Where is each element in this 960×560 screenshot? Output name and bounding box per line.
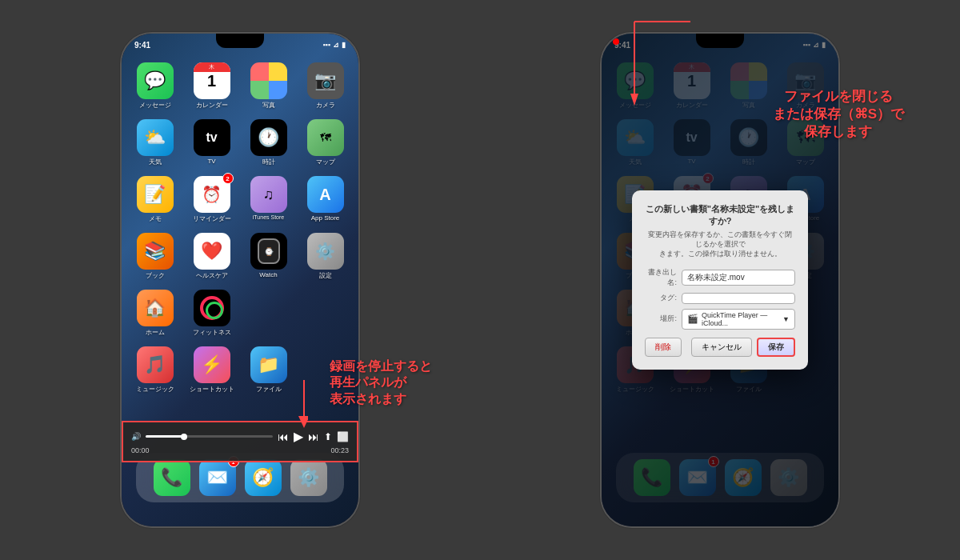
dialog-subtitle: 変更内容を保存するか、この書類を今すぐ閉じるかを選択できます。この操作は取り消せ… xyxy=(645,230,795,258)
screen-left: 9:41 ▪▪▪ ⊿ ▮ 💬 メッセージ 木 1 xyxy=(122,34,358,526)
filename-label: 書き出し名: xyxy=(645,267,677,288)
time-left: 9:41 xyxy=(134,41,150,50)
app-camera[interactable]: 📷 カメラ xyxy=(302,62,349,110)
save-dialog: この新しい書類"名称未設定"を残しますか? 変更内容を保存するか、この書類を今す… xyxy=(632,190,808,369)
app-health[interactable]: ❤️ ヘルスケア xyxy=(188,233,235,280)
time-current: 00:00 xyxy=(131,446,150,454)
filename-row: 書き出し名: 名称未設定.mov xyxy=(645,267,795,288)
app-empty2 xyxy=(302,290,349,337)
dock-settings[interactable]: ⚙️ xyxy=(290,459,327,496)
app-tv[interactable]: tv TV xyxy=(188,119,235,166)
app-notes[interactable]: 📝 メモ xyxy=(131,176,178,223)
dialog-title: この新しい書類"名称未設定"を残しますか? xyxy=(645,203,795,227)
time-display: 00:00 00:23 xyxy=(131,446,349,454)
iphone-left: 9:41 ▪▪▪ ⊿ ▮ 💬 メッセージ 木 1 xyxy=(120,32,360,528)
battery-icon: ▮ xyxy=(342,41,346,49)
app-maps[interactable]: 🗺 マップ xyxy=(302,119,349,166)
app-books[interactable]: 📚 ブック xyxy=(131,233,178,280)
app-appstore[interactable]: A App Store xyxy=(302,176,349,223)
location-value: QuickTime Player — iCloud... xyxy=(702,311,779,327)
share-icon[interactable]: ⬆ xyxy=(324,431,332,442)
app-reminders[interactable]: ⏰ 2 リマインダー xyxy=(188,176,235,223)
app-weather[interactable]: ⛅ 天気 xyxy=(131,119,178,166)
red-dot-indicator xyxy=(613,38,619,45)
app-music[interactable]: 🎵 ミュージック xyxy=(131,346,178,394)
left-panel: 9:41 ▪▪▪ ⊿ ▮ 💬 メッセージ 木 1 xyxy=(32,8,448,552)
location-row: 場所: 🎬 QuickTime Player — iCloud... ▼ xyxy=(645,309,795,330)
location-label: 場所: xyxy=(645,314,677,324)
app-settings-row4[interactable]: ⚙️ 設定 xyxy=(302,233,349,280)
app-photos[interactable]: 写真 xyxy=(245,62,292,110)
dock-phone[interactable]: 📞 xyxy=(154,459,190,496)
dock-mail[interactable]: ✉️ 1 xyxy=(199,459,236,496)
app-calendar[interactable]: 木 1 カレンダー xyxy=(188,62,235,110)
dialog-buttons: 削除 キャンセル 保存 xyxy=(645,338,795,357)
play-button[interactable]: ▶ xyxy=(294,429,303,444)
delete-button[interactable]: 削除 xyxy=(645,338,682,357)
playback-bar[interactable]: 🔊 ⏮ ▶ ⏭ ⬆ ⬜ 00:00 00:23 xyxy=(122,421,358,462)
progress-bar[interactable] xyxy=(146,435,273,438)
filename-input[interactable]: 名称未設定.mov xyxy=(682,270,795,286)
app-clock[interactable]: 🕐 時計 xyxy=(245,119,292,166)
svg-marker-1 xyxy=(298,416,308,428)
dock-safari[interactable]: 🧭 xyxy=(245,459,282,496)
app-watch[interactable]: ⌚ Watch xyxy=(245,233,292,280)
annotation-left: 録画を停止すると再生パネルが表示されます xyxy=(330,358,432,408)
location-chevron: ▼ xyxy=(782,315,790,323)
volume-icon[interactable]: 🔊 xyxy=(131,432,141,441)
save-button[interactable]: 保存 xyxy=(757,338,795,357)
rewind-button[interactable]: ⏮ xyxy=(278,430,289,443)
app-grid-left: 💬 メッセージ 木 1 カレンダー 写真 📷 xyxy=(122,56,358,400)
app-itunes[interactable]: ♫ iTunes Store xyxy=(245,176,292,223)
wifi-icon: ⊿ xyxy=(333,41,339,49)
forward-button[interactable]: ⏭ xyxy=(308,430,319,443)
cancel-button[interactable]: キャンセル xyxy=(691,338,752,357)
tag-row: タグ: xyxy=(645,293,795,304)
notch-left xyxy=(216,34,264,48)
svg-marker-4 xyxy=(630,94,638,106)
arrow-left xyxy=(276,380,308,428)
right-panel: 9:41 ▪▪▪ ⊿ ▮ 💬 メッセージ 木 1 カ xyxy=(512,8,928,552)
app-home[interactable]: 🏠 ホーム xyxy=(131,290,178,337)
time-total: 00:23 xyxy=(330,446,349,454)
app-shortcuts[interactable]: ⚡ ショートカット xyxy=(188,346,235,394)
status-bar-left: 9:41 ▪▪▪ ⊿ ▮ xyxy=(122,34,358,56)
location-select[interactable]: 🎬 QuickTime Player — iCloud... ▼ xyxy=(682,309,795,330)
annotation-right: ファイルを閉じるまたは保存（⌘S）で保存します xyxy=(773,88,904,141)
app-messages[interactable]: 💬 メッセージ xyxy=(131,62,178,110)
app-empty1 xyxy=(245,290,292,337)
app-fitness[interactable]: フィットネス xyxy=(188,290,235,337)
arrow-right xyxy=(630,18,694,114)
signal-bars: ▪▪▪ xyxy=(322,41,330,49)
signal-left: ▪▪▪ ⊿ ▮ xyxy=(322,41,346,49)
tag-input[interactable] xyxy=(682,293,795,304)
tag-label: タグ: xyxy=(645,293,677,303)
screen-icon[interactable]: ⬜ xyxy=(337,431,349,442)
